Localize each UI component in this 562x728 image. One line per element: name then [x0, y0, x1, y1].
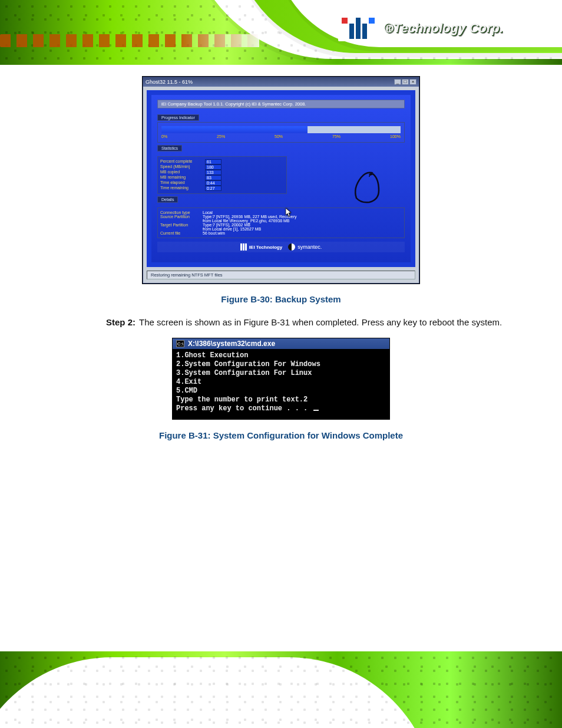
progress-ticks: 0% 25% 50% 75% 100%: [161, 134, 401, 139]
stats-label: Statistics: [157, 145, 182, 151]
stat-speed: 180: [205, 164, 222, 170]
tick-25: 25%: [217, 134, 225, 139]
stat-copied: 133: [205, 170, 222, 175]
brand-name: Technology Corp.: [394, 21, 503, 35]
det-src-2: from Local file \Recovery_PE2.gho, 47693…: [203, 219, 289, 223]
det-cur: 56 boot.wim: [203, 231, 225, 235]
ghost-status: Restoring remaining NTFS MFT files: [147, 271, 415, 279]
progress-bar-fill: [161, 126, 308, 133]
det-src-1: Type:7 [NTFS], 26936 MB, 227 MB used, Re…: [203, 215, 297, 219]
cmd-line-6: Type the number to print text.2: [176, 396, 308, 404]
cmd-line-3: 3.System Configuration For Linux: [176, 369, 312, 377]
stat-remaining: 83: [205, 175, 222, 180]
cmd-prompt-icon: C:\: [176, 340, 184, 347]
det-tgt-label: Target Partition: [160, 223, 203, 227]
symantec-text: symantec.: [297, 244, 322, 250]
cmd-line-7: Press any key to continue . . .: [176, 404, 308, 413]
stat-percent-label: Percent complete: [160, 159, 201, 164]
footer-swoosh: [0, 657, 436, 728]
stat-copied-label: MB copied: [160, 170, 201, 175]
step-number: Step 2:: [106, 317, 135, 327]
ghost-logo-icon: [346, 166, 387, 207]
figure-caption-1: Figure B-30: Backup System: [35, 294, 527, 304]
cmd-line-2: 2.System Configuration For Windows: [176, 360, 320, 368]
det-cur-label: Current file: [160, 231, 203, 235]
ghost-titlebar: Ghost32 11.5 - 61% _ □ ×: [143, 77, 419, 87]
footer-decor: [0, 651, 562, 728]
stat-percent: 61: [205, 159, 222, 164]
stat-speed-label: Speed (MB/min): [160, 164, 201, 170]
tick-100: 100%: [390, 134, 401, 139]
step-text: Step 2:The screen is shown as in Figure …: [106, 316, 515, 328]
caption2-prefix: Figure B-31:: [159, 430, 211, 440]
cmd-window: C:\ X:\I386\system32\cmd.exe 1.Ghost Exe…: [172, 338, 390, 420]
iei-logo-icon: [338, 15, 378, 41]
tick-0: 0%: [161, 134, 167, 139]
cmd-title-text: X:\I386\system32\cmd.exe: [188, 340, 275, 348]
det-tgt-2: from Local drive [1], 152627 MB: [203, 227, 261, 231]
stat-timeleft: 0:27: [205, 186, 222, 191]
figure-caption-2: Figure B-31: System Configuration for Wi…: [35, 430, 527, 440]
close-icon[interactable]: ×: [409, 79, 416, 85]
cmd-line-1: 1.Ghost Execution: [176, 351, 248, 360]
det-src-label: Source Partition: [160, 215, 203, 219]
stat-elapsed: 0:44: [205, 180, 222, 186]
page-content: Ghost32 11.5 - 61% _ □ × iEi Company Bac…: [35, 77, 527, 645]
reg-mark: ®: [384, 21, 394, 35]
ghost-window-title: Ghost32 11.5 - 61%: [146, 79, 193, 85]
ghost-window: Ghost32 11.5 - 61% _ □ × iEi Company Bac…: [143, 77, 419, 284]
symantec-logo-icon: [288, 243, 295, 251]
det-conn: Local: [203, 210, 213, 215]
tick-75: 75%: [332, 134, 340, 139]
ghost-progress: 0% 25% 50% 75% 100%: [157, 122, 405, 143]
stat-elapsed-label: Time elapsed: [160, 180, 201, 186]
svg-point-0: [369, 176, 370, 177]
symantec-badge: symantec.: [288, 243, 322, 251]
brand-logo: ®Technology Corp.: [338, 15, 503, 41]
maximize-icon[interactable]: □: [402, 79, 409, 85]
det-conn-label: Connection type: [160, 210, 203, 215]
det-tgt-1: Type:7 [NTFS], 20002 MB: [203, 223, 250, 227]
progress-bar: [161, 126, 401, 133]
stat-remaining-label: MB remaining: [160, 175, 201, 180]
ghost-heading: iEi Company Backup Tool 1.0.1. Copyright…: [157, 100, 405, 108]
iei-tech-text: IEI Technology: [249, 245, 282, 250]
tick-50: 50%: [275, 134, 283, 139]
cmd-body[interactable]: 1.Ghost Execution 2.System Configuration…: [173, 349, 389, 419]
step-body: The screen is shown as in Figure B-31 wh…: [139, 317, 502, 327]
ghost-details: Connection typeLocal Source PartitionTyp…: [157, 207, 405, 238]
ghost-body: iEi Company Backup Tool 1.0.1. Copyright…: [147, 90, 415, 267]
caption1-prefix: Figure B-30:: [221, 294, 273, 304]
caption2-text: System Configuration for Windows Complet…: [210, 430, 403, 440]
cmd-cursor-icon: [313, 410, 319, 411]
caption1-text: Backup System: [273, 294, 341, 304]
stat-timeleft-label: Time remaining: [160, 186, 201, 191]
cmd-line-4: 4.Exit: [176, 378, 201, 386]
minimize-icon[interactable]: _: [394, 79, 401, 85]
details-label: Details: [157, 196, 178, 203]
ghost-footer: IEI Technology symantec.: [157, 242, 405, 252]
header-dots: [0, 34, 259, 47]
cmd-line-5: 5.CMD: [176, 387, 197, 395]
ghost-stats: Percent complete61 Speed (MB/min)180 MB …: [157, 156, 287, 194]
iei-mini-logo-icon: [240, 243, 247, 251]
cmd-titlebar: C:\ X:\I386\system32\cmd.exe: [173, 338, 389, 349]
iei-tech-badge: IEI Technology: [240, 243, 282, 251]
mouse-cursor-icon: [286, 208, 293, 218]
progress-label: Progress Indicator: [157, 114, 199, 121]
